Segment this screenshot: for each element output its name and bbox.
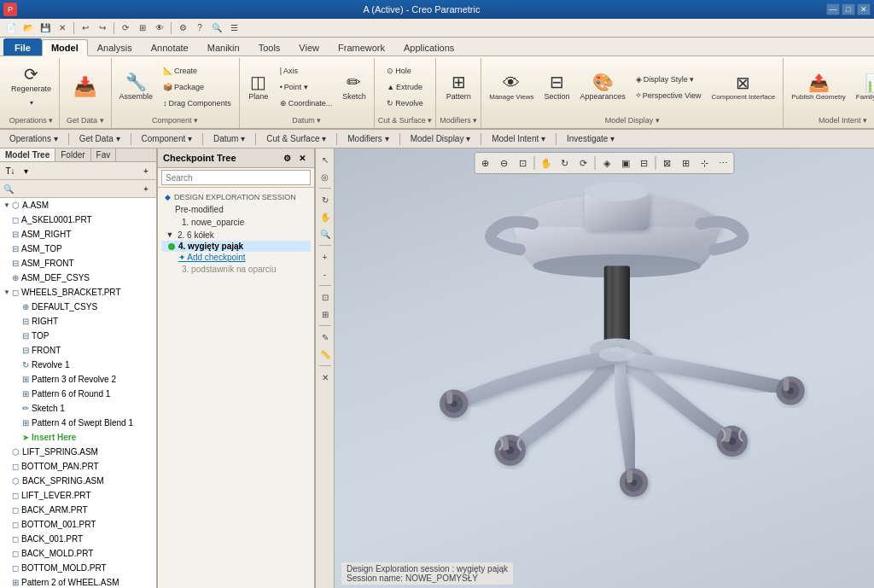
cp-item-3[interactable]: 3. podstawnik na oparciu (161, 263, 311, 276)
tree-item-LIFTLEVER[interactable]: ◻ LIFT_LEVER.PRT (0, 488, 156, 503)
tree-item-BACKARM[interactable]: ◻ BACK_ARM.PRT (0, 503, 156, 517)
tree-item-FRONT[interactable]: ⊟ FRONT (0, 343, 156, 358)
save-button[interactable]: 💾 (38, 20, 53, 36)
create-button[interactable]: 📐 Create (159, 63, 236, 79)
redo-button[interactable]: ↪ (95, 20, 110, 36)
tree-item-ASMRIGHT[interactable]: ⊟ ASM_RIGHT (0, 227, 156, 242)
axis-button[interactable]: | Axis (276, 63, 337, 79)
new-button[interactable]: 📄 (3, 20, 19, 36)
tab-manikin[interactable]: Manikin (198, 38, 249, 55)
sketch-button[interactable]: ✏ Sketch (338, 62, 370, 112)
tree-expand-btn[interactable]: + (139, 164, 153, 178)
family-table-button[interactable]: 📊 Family Table (852, 62, 874, 112)
cp-checkpoint-4[interactable]: 4. wygięty pająk (161, 241, 311, 252)
tree-item-BOTTOMMOLD[interactable]: ◻ BOTTOM_MOLD.PRT (0, 561, 156, 575)
vt-zoomout-btn[interactable]: - (318, 266, 333, 282)
view-button[interactable]: 👁 (152, 20, 167, 36)
vt-zoomin-btn[interactable]: + (318, 249, 333, 265)
cp-close-btn[interactable]: ✕ (295, 151, 309, 165)
viewport[interactable]: ⊕ ⊖ ⊡ ✋ ↻ ⟳ ◈ ▣ ⊟ ⊠ ⊞ ⊹ ⋯ (335, 148, 874, 588)
tab-analysis[interactable]: Analysis (88, 38, 142, 55)
package-button[interactable]: 📦 Package (159, 79, 236, 95)
vt-spin-btn[interactable]: ↻ (318, 192, 333, 207)
revolve-button[interactable]: ↻ Revolve (382, 96, 428, 111)
tree-item-BOTTOMPAN[interactable]: ◻ BOTTOM_PAN.PRT (0, 459, 156, 474)
tree-item-TOP[interactable]: ⊟ TOP (0, 329, 156, 343)
close-button[interactable]: ✕ (857, 3, 871, 15)
tree-toggle-WHEELSBRACKET[interactable]: ▼ (2, 288, 12, 298)
tree-item-Revolve1[interactable]: ↻ Revolve 1 (0, 358, 156, 372)
drag-components-button[interactable]: ↕ Drag Components (159, 96, 236, 111)
folder-tab[interactable]: Folder (55, 148, 90, 161)
menu-button[interactable]: ☰ (226, 20, 242, 36)
regenerate-ribbon-button[interactable]: ⟳ Regenerate ▾ (7, 62, 55, 112)
vt-measure-btn[interactable]: 📏 (318, 346, 333, 362)
tab-model[interactable]: Model (42, 39, 88, 56)
pattern-button[interactable]: ⊞ Pattern (442, 62, 475, 112)
cp-premodified[interactable]: Pre-modified (161, 203, 311, 216)
csys-button[interactable]: ⊕ Coordinate... (276, 96, 337, 111)
grid-button[interactable]: ⊞ (135, 20, 150, 36)
tab-tools[interactable]: Tools (249, 38, 290, 55)
tree-add-filter-btn[interactable]: + (139, 182, 153, 195)
extrude-button[interactable]: ▲ Extrude (382, 79, 428, 95)
vt-select-btn[interactable]: ◎ (318, 169, 333, 184)
tree-item-Pattern6Round1[interactable]: ⊞ Pattern 6 of Round 1 (0, 387, 156, 401)
cmd-cutsurface[interactable]: Cut & Surface ▾ (262, 132, 330, 145)
tree-item-Pattern3Revolve2[interactable]: ⊞ Pattern 3 of Revolve 2 (0, 372, 156, 387)
perspective-view-button[interactable]: ⟡ Perspective View (632, 88, 706, 103)
cmd-component[interactable]: Component ▾ (137, 132, 196, 145)
tree-settings-btn[interactable]: T↓ (3, 164, 17, 178)
appearances-button[interactable]: 🎨 Appearances (576, 62, 630, 112)
open-button[interactable]: 📂 (20, 20, 36, 36)
vt-pan-btn[interactable]: ✋ (318, 209, 333, 224)
cp-toggle-2[interactable]: ▼ (165, 230, 175, 240)
tree-item-ASMFRONT[interactable]: ⊟ ASM_FRONT (0, 256, 156, 271)
assemble-button[interactable]: 🔧 Assemble (115, 62, 158, 112)
tree-item-Pattern2WHEEL[interactable]: ⊞ Pattern 2 of WHEEL.ASM (0, 575, 156, 588)
tree-item-Sketch1[interactable]: ✏ Sketch 1 (0, 401, 156, 416)
tree-filter-btn[interactable]: ▾ (19, 164, 32, 178)
regen-sub-btn[interactable]: ▾ (26, 96, 38, 108)
tree-item-ASMTOP[interactable]: ⊟ ASM_TOP (0, 242, 156, 256)
tree-item-InsertHere[interactable]: ➤ Insert Here (0, 430, 156, 445)
tree-item-LIFTSPRING[interactable]: ⬡ LIFT_SPRING.ASM (0, 445, 156, 459)
component-interface-button[interactable]: ⊠ Component Interface (708, 62, 780, 112)
close-window-button[interactable]: ✕ (55, 20, 70, 36)
tree-item-ASKEL[interactable]: ◻ A_SKEL0001.PRT (0, 212, 156, 227)
fav-tab[interactable]: Fav (91, 148, 117, 161)
tree-item-WHEELSBRACKET[interactable]: ▼ ◻ WHEELS_BRACKET.PRT (0, 285, 156, 300)
zoom-button[interactable]: 🔍 (209, 20, 224, 36)
display-style-button[interactable]: ◈ Display Style ▾ (632, 72, 706, 87)
regenerate-button[interactable]: ⟳ (118, 20, 133, 36)
cmd-operations[interactable]: Operations ▾ (5, 132, 62, 145)
cp-settings-btn[interactable]: ⚙ (280, 151, 294, 165)
cp-item-2[interactable]: 2. 6 kółek (178, 230, 214, 240)
vt-orient-btn[interactable]: ⊞ (318, 306, 333, 322)
tab-file[interactable]: File (3, 38, 42, 55)
tree-item-DEFAULTCSYS[interactable]: ⊕ DEFAULT_CSYS (0, 300, 156, 314)
plane-button[interactable]: ◫ Plane (243, 62, 274, 112)
vt-zoom-btn[interactable]: 🔍 (318, 226, 333, 242)
vt-annotation-btn[interactable]: ✎ (318, 329, 333, 345)
model-tree-content[interactable]: ▼ ⬡ A.ASM ◻ A_SKEL0001.PRT ⊟ ASM_RIGHT ⊟… (0, 198, 156, 588)
tab-view[interactable]: View (289, 38, 329, 55)
cmd-modeldisplay[interactable]: Model Display ▾ (406, 132, 475, 145)
maximize-button[interactable]: □ (842, 3, 855, 15)
tab-framework[interactable]: Framework (329, 38, 394, 55)
vt-fit-btn[interactable]: ⊡ (318, 289, 333, 305)
help-button[interactable]: ? (192, 20, 207, 36)
undo-button[interactable]: ↩ (78, 20, 93, 36)
hole-button[interactable]: ⊙ Hole (382, 63, 428, 79)
cmd-modifiers[interactable]: Modifiers ▾ (343, 132, 393, 145)
checkpoint-search-input[interactable] (161, 170, 311, 185)
cp-add-checkpoint[interactable]: ✦ Add checkpoint (161, 252, 311, 263)
cmd-modelintent[interactable]: Model Intent ▾ (487, 132, 550, 145)
cmd-investigate[interactable]: Investigate ▾ (562, 132, 619, 145)
vt-cursor-btn[interactable]: ↖ (318, 152, 333, 167)
tree-item-ASMDEFCSYS[interactable]: ⊕ ASM_DEF_CSYS (0, 271, 156, 285)
tab-applications[interactable]: Applications (394, 38, 463, 55)
settings-button[interactable]: ⚙ (175, 20, 190, 36)
vt-cross-btn[interactable]: ✕ (318, 370, 333, 385)
point-button[interactable]: • Point ▾ (276, 79, 337, 95)
